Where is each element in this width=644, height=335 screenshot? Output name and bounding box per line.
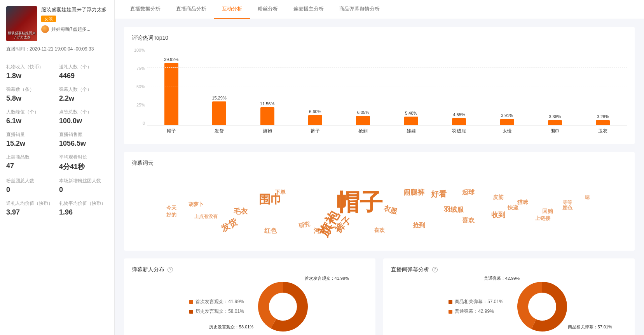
- word-item: 羽绒服: [444, 205, 464, 214]
- tab-直播数据分析[interactable]: 直播数据分析: [122, 0, 168, 19]
- stat-item: 礼物平均价值（快币）1.96: [59, 200, 108, 216]
- bar-chart-title: 评论热词Top10: [132, 35, 627, 42]
- bar-rect: [548, 120, 562, 125]
- stat-value: 0: [6, 186, 55, 194]
- stat-value: 2.2w: [59, 94, 108, 103]
- new-barrage-card: 弹幕新人分布 ? 首次发言观众：41.99% 历史发言观众：58.01%: [124, 258, 375, 335]
- live-barrage-info-icon[interactable]: ?: [432, 267, 438, 272]
- stat-item: 送礼人均价值（快币）3.97: [6, 200, 55, 216]
- tab-bar: 直播数据分析直播商品分析互动分析粉丝分析连麦播主分析商品弹幕舆情分析: [115, 0, 644, 19]
- y-label-50: 50%: [132, 84, 145, 89]
- legend-first: 首次发言观众：41.99%: [189, 298, 244, 305]
- word-item: 收到: [491, 210, 505, 220]
- bar-label: 发货: [195, 126, 243, 136]
- stat-item: 本场新增粉丝团人数0: [59, 178, 108, 194]
- legend-label-product: 商品相关弹幕：57.01%: [455, 298, 503, 305]
- stat-label: 上架商品数: [6, 154, 55, 161]
- tab-粉丝分析[interactable]: 粉丝分析: [250, 0, 286, 19]
- stat-item: 平均观看时长4分41秒: [59, 154, 108, 171]
- word-item: 胡萝卜: [188, 201, 204, 208]
- y-label-75: 75%: [132, 66, 145, 71]
- bar-label: 旗袍: [243, 126, 291, 136]
- bar-label: 卫衣: [579, 126, 627, 136]
- bar-col: 4.55%: [435, 48, 483, 125]
- bar-rect: [212, 101, 226, 125]
- stream-thumbnail: 服装盛宴娃娃回来了浮力太多: [6, 6, 37, 41]
- legend-label-first: 首次发言观众：41.99%: [195, 298, 244, 305]
- stat-item: 直播销售额1056.5w: [59, 131, 108, 148]
- bar-chart-card: 评论热词Top10 100% 75% 50% 25% 0: [124, 27, 635, 144]
- word-item: 研究: [298, 220, 311, 230]
- streamer-name: 娃娃每晚7点超多...: [51, 26, 91, 33]
- stat-value: 4469: [59, 72, 108, 80]
- new-barrage-legend: 首次发言观众：41.99% 历史发言观众：58.01%: [189, 298, 244, 315]
- legend-dot-history: [189, 310, 193, 314]
- stat-value: 15.2w: [6, 140, 55, 148]
- tab-直播商品分析[interactable]: 直播商品分析: [168, 0, 214, 19]
- bar-rect: [164, 63, 178, 125]
- word-item: 回购: [542, 208, 553, 215]
- bar-col: 3.91%: [483, 48, 531, 125]
- stat-value: 1056.5w: [59, 140, 108, 148]
- stats-grid: 礼物收入（快币）1.8w送礼人数（个）4469弹幕数（条）5.8w弹幕人数（个）…: [6, 64, 108, 216]
- new-barrage-info-icon[interactable]: ?: [168, 267, 173, 272]
- stat-item: 上架商品数47: [6, 154, 55, 171]
- stat-item: 礼物收入（快币）1.8w: [6, 64, 55, 80]
- stat-value: 4分41秒: [59, 162, 108, 171]
- bar-pct: 6.05%: [357, 110, 369, 115]
- word-item: 起球: [462, 188, 475, 197]
- word-item: 抢到: [413, 222, 425, 230]
- stat-value: 1.8w: [6, 72, 55, 80]
- legend-dot-first: [189, 300, 193, 304]
- word-item: 快递: [508, 204, 518, 211]
- stat-value: 47: [6, 162, 55, 170]
- stat-item: 人数峰值（个）6.1w: [6, 109, 55, 125]
- bar-rect: [404, 117, 418, 125]
- stat-label: 平均观看时长: [59, 154, 108, 161]
- bar-rect: [260, 107, 274, 125]
- bar-rect: [500, 119, 514, 125]
- stat-label: 直播销售额: [59, 131, 108, 138]
- bar-pct: 3.28%: [597, 114, 609, 119]
- word-item: 上链接: [535, 215, 550, 222]
- callout-product: 商品相关弹幕：57.01%: [568, 324, 612, 330]
- stream-header: 服装盛宴娃娃回来了浮力太多 服装盛宴娃娃回来了浮力太多 女装 娃娃每晚7点超多.…: [6, 6, 108, 41]
- stat-label: 人数峰值（个）: [6, 109, 55, 115]
- stat-label: 送礼人数（个）: [59, 64, 108, 70]
- legend-product: 商品相关弹幕：57.01%: [449, 298, 503, 305]
- tab-互动分析[interactable]: 互动分析: [214, 0, 250, 19]
- bar-pct: 15.29%: [212, 96, 226, 100]
- stat-value: 100.0w: [59, 117, 108, 125]
- bar-col: 5.48%: [387, 48, 435, 125]
- stat-value: 1.96: [59, 208, 108, 216]
- tab-连麦播主分析[interactable]: 连麦播主分析: [286, 0, 332, 19]
- legend-dot-product: [449, 300, 452, 304]
- y-label-100: 100%: [132, 48, 145, 52]
- word-item: 河北: [314, 227, 326, 235]
- bar-col: 39.92%: [147, 48, 195, 125]
- new-barrage-donut: 首次发言观众：41.99% 历史发言观众：58.01%: [256, 279, 310, 334]
- legend-normal: 普通弹幕：42.99%: [449, 308, 503, 315]
- bar-rect: [452, 118, 466, 125]
- svg-point-5: [529, 293, 556, 320]
- stat-value: 6.1w: [6, 117, 55, 125]
- stat-label: 送礼人均价值（快币）: [6, 200, 55, 207]
- callout-first: 首次发言观众：41.99%: [305, 276, 349, 281]
- stat-label: 粉丝团总人数: [6, 178, 55, 184]
- tab-商品弹幕舆情分析[interactable]: 商品弹幕舆情分析: [332, 0, 387, 19]
- word-item: 颜色: [562, 204, 572, 211]
- main-scroll[interactable]: 评论热词Top10 100% 75% 50% 25% 0: [115, 19, 644, 335]
- bar-label: 抢到: [339, 126, 387, 136]
- bar-col: 6.60%: [291, 48, 339, 125]
- bar-pct: 5.48%: [405, 111, 417, 115]
- stat-label: 直播销量: [6, 131, 55, 138]
- word-item: 旗袍: [314, 208, 343, 240]
- stat-value: 0: [59, 186, 108, 194]
- word-item: 皮筋: [493, 194, 504, 201]
- stat-item: 弹幕数（条）5.8w: [6, 86, 55, 103]
- new-barrage-title: 弹幕新人分布 ?: [132, 266, 368, 273]
- word-item: 衣服: [383, 204, 399, 216]
- stat-label: 本场新增粉丝团人数: [59, 178, 108, 184]
- bar-pct: 4.55%: [453, 112, 465, 117]
- bar-rect: [308, 115, 322, 125]
